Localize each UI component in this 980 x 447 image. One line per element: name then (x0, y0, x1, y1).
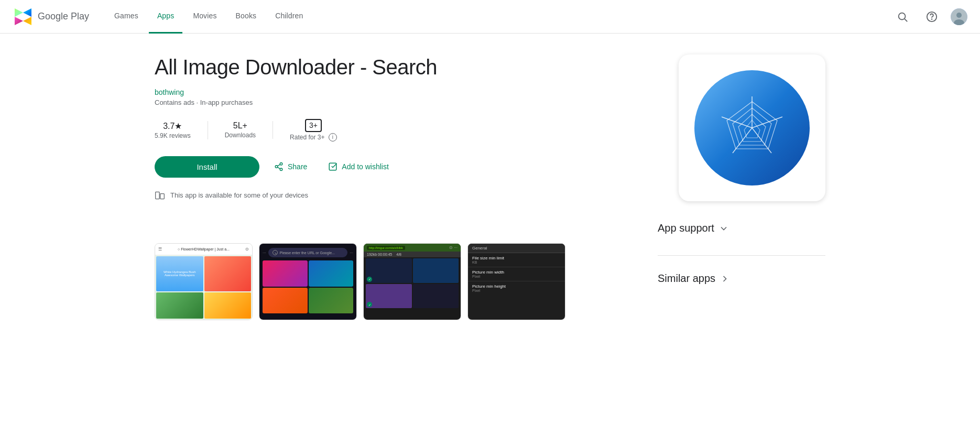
header: Google Play Games Apps Movies Books Chil… (0, 0, 980, 34)
svg-rect-19 (160, 193, 165, 199)
nav-children[interactable]: Children (267, 0, 311, 34)
screenshot-4[interactable]: General File size min limit KB Picture m… (467, 243, 565, 320)
svg-line-6 (905, 19, 907, 21)
main-content: All Image Downloader - Search bothwing C… (123, 34, 857, 341)
logo-text: Google Play (38, 11, 89, 22)
similar-apps-section: Similar apps (658, 272, 825, 285)
app-info: All Image Downloader - Search bothwing C… (155, 54, 658, 201)
nav-games[interactable]: Games (106, 0, 147, 34)
chevron-down-icon (718, 223, 729, 234)
google-play-logo[interactable]: Google Play (13, 6, 89, 27)
age-value: 3+ (305, 119, 322, 132)
app-meta: Contains ads · In-app purchases (155, 99, 658, 106)
similar-apps-title: Similar apps (658, 272, 825, 285)
svg-marker-0 (15, 8, 23, 17)
svg-line-22 (752, 128, 771, 153)
nav-apps[interactable]: Apps (149, 0, 182, 34)
svg-marker-4 (23, 17, 31, 25)
svg-point-5 (899, 13, 906, 19)
install-button[interactable]: Install (155, 156, 259, 178)
nav-movies[interactable]: Movies (184, 0, 225, 34)
header-actions (892, 6, 967, 27)
stat-downloads: 5L+ Downloads (208, 121, 273, 139)
svg-line-16 (277, 165, 280, 166)
svg-marker-3 (23, 8, 31, 17)
svg-rect-18 (156, 192, 160, 199)
search-button[interactable] (892, 6, 913, 27)
downloads-label: Downloads (225, 132, 256, 139)
settings-item-3: Picture min height Pixel (468, 281, 565, 295)
age-label: Rated for 3+ i (290, 133, 337, 141)
app-developer[interactable]: bothwing (155, 88, 658, 96)
content-main: ☰ ○ FlowerHDWallpaper | Just a... ⊙ Whit… (155, 222, 626, 320)
age-info-icon[interactable]: i (329, 133, 337, 141)
screenshot-1[interactable]: ☰ ○ FlowerHDWallpaper | Just a... ⊙ Whit… (155, 243, 253, 320)
settings-item-1: File size min limit KB (468, 253, 565, 267)
app-icon (694, 70, 810, 186)
app-icon-container (679, 54, 825, 201)
arrow-right-icon[interactable] (720, 274, 730, 284)
settings-general-header: General (468, 244, 565, 253)
stat-rating: 3.7★ 5.9K reviews (155, 121, 208, 139)
app-support-section: App support (658, 222, 825, 234)
content-layout: ☰ ○ FlowerHDWallpaper | Just a... ⊙ Whit… (155, 222, 825, 320)
device-icon (155, 190, 165, 201)
app-stats: 3.7★ 5.9K reviews 5L+ Downloads 3+ Rat (155, 119, 658, 141)
svg-line-23 (733, 128, 752, 153)
stat-age: 3+ Rated for 3+ i (273, 119, 354, 141)
svg-rect-17 (330, 163, 337, 171)
svg-point-12 (280, 163, 282, 166)
rating-value: 3.7★ (163, 121, 182, 131)
divider (658, 255, 825, 256)
screenshots-section: ☰ ○ FlowerHDWallpaper | Just a... ⊙ Whit… (155, 233, 626, 320)
svg-point-14 (280, 168, 282, 171)
app-title: All Image Downloader - Search (155, 54, 658, 80)
share-button[interactable]: Share (268, 158, 313, 176)
downloads-value: 5L+ (233, 121, 247, 130)
action-row: Install Share Add (155, 156, 658, 178)
wishlist-button[interactable]: Add to wishlist (322, 158, 395, 176)
search-icon (897, 11, 908, 23)
user-avatar[interactable] (951, 8, 967, 25)
share-icon (274, 162, 284, 171)
screenshots-container: ☰ ○ FlowerHDWallpaper | Just a... ⊙ Whit… (155, 243, 626, 320)
app-support-title: App support (658, 222, 825, 234)
nav-books[interactable]: Books (227, 0, 265, 34)
svg-line-15 (277, 167, 280, 169)
svg-point-10 (956, 13, 962, 18)
screenshot-3[interactable]: http://imgur.com/a/xIHbk ⊙ ··· 192kb 00:… (363, 243, 461, 320)
app-header: All Image Downloader - Search bothwing C… (155, 54, 825, 201)
rating-label: 5.9K reviews (155, 132, 191, 139)
screenshot-2[interactable]: ··· Please enter the URL or Google... ··… (259, 243, 357, 320)
device-note: This app is available for some of your d… (155, 190, 658, 201)
help-icon (926, 11, 938, 23)
content-sidebar: App support Similar apps (658, 222, 825, 320)
spider-web-icon (715, 91, 789, 165)
main-nav: Games Apps Movies Books Children (106, 0, 892, 34)
help-button[interactable] (921, 6, 942, 27)
logo-icon (13, 6, 34, 27)
app-icon-wrapper (679, 54, 825, 201)
svg-point-8 (932, 19, 932, 19)
svg-marker-1 (15, 17, 23, 25)
svg-point-13 (275, 166, 278, 168)
wishlist-icon (328, 162, 337, 171)
settings-item-2: Picture min width Pixel (468, 267, 565, 281)
